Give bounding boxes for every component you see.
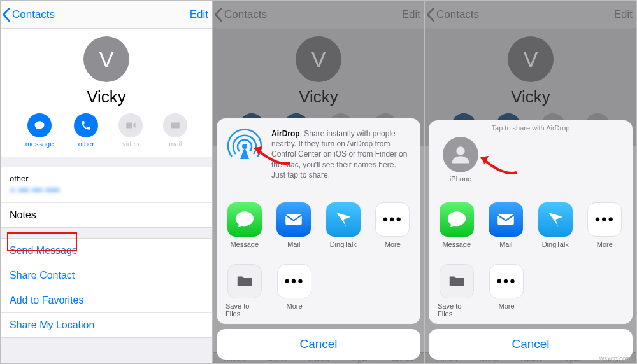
app-more[interactable]: ••• More xyxy=(374,202,412,248)
app-row-actions: Save to Files ••• More xyxy=(429,255,633,324)
svg-rect-3 xyxy=(498,214,515,225)
app-label: More xyxy=(286,302,302,310)
svg-point-2 xyxy=(456,146,465,155)
app-label: Message xyxy=(442,241,471,248)
airdrop-hint: Tap to share with AirDrop xyxy=(492,124,570,132)
more-icon: ••• xyxy=(277,264,311,298)
screen-share-sheet-airdrop-info: Contacts Edit V Vicky Favorites Recents … xyxy=(213,1,425,363)
video-action[interactable]: video xyxy=(118,113,143,148)
person-icon xyxy=(443,137,478,172)
app-more-actions[interactable]: ••• More xyxy=(275,264,313,318)
cancel-button[interactable]: Cancel xyxy=(217,329,420,360)
app-label: Mail xyxy=(287,241,300,248)
share-contact-row[interactable]: Share Contact xyxy=(1,263,212,288)
airdrop-info-row: AirDrop. Share instantly with people nea… xyxy=(217,118,420,193)
screen-share-sheet-airdrop-device: Contacts Edit V Vicky Favorites Recents … xyxy=(425,1,636,363)
app-label: More xyxy=(597,241,613,248)
back-label: Contacts xyxy=(12,8,55,21)
app-label: Message xyxy=(230,241,259,248)
phone-icon xyxy=(74,113,98,137)
app-label: Save to Files xyxy=(225,302,264,318)
folder-icon xyxy=(440,264,474,298)
quick-actions: message other video xyxy=(1,113,212,148)
airdrop-title: AirDrop xyxy=(271,129,300,138)
send-message-row[interactable]: Send Message xyxy=(1,239,212,263)
message-app-icon xyxy=(440,202,474,237)
back-button[interactable]: Contacts xyxy=(2,8,55,22)
more-icon: ••• xyxy=(489,264,524,298)
app-row-actions: Save to Files ••• More xyxy=(217,255,420,324)
share-sheet: AirDrop. Share instantly with people nea… xyxy=(217,118,420,360)
notes-label: Notes xyxy=(10,209,203,221)
airdrop-devices-row: Tap to share with AirDrop iPhone xyxy=(429,120,633,193)
notes-row[interactable]: Notes xyxy=(1,203,212,227)
mail-icon xyxy=(163,113,187,137)
share-sheet-card: AirDrop. Share instantly with people nea… xyxy=(217,118,420,324)
app-message[interactable]: Message xyxy=(438,202,476,248)
app-mail[interactable]: Mail xyxy=(275,202,313,248)
contact-header: V Vicky message other xyxy=(1,29,212,157)
app-label: More xyxy=(385,241,401,248)
app-row-share: Message Mail DingTalk ••• More xyxy=(429,193,633,255)
screen-contact-detail: Contacts Edit V Vicky message other xyxy=(1,1,213,363)
video-icon xyxy=(118,113,143,137)
phone-section: other + ••• ••• •••• Notes xyxy=(1,167,212,228)
app-save-to-files[interactable]: Save to Files xyxy=(225,264,264,318)
app-label: More xyxy=(498,302,514,310)
svg-point-0 xyxy=(242,144,247,149)
arrow-annotation xyxy=(477,153,522,181)
phone-field-value: + ••• ••• •••• xyxy=(10,185,203,196)
mail-app-icon xyxy=(489,202,523,237)
airdrop-device-iphone[interactable]: iPhone xyxy=(443,137,478,183)
watermark: wsxdn.com xyxy=(599,355,631,362)
share-location-row[interactable]: Share My Location xyxy=(1,313,212,337)
app-dingtalk[interactable]: DingTalk xyxy=(324,202,362,248)
app-more[interactable]: ••• More xyxy=(586,202,624,248)
app-dingtalk[interactable]: DingTalk xyxy=(536,202,575,248)
contact-name: Vicky xyxy=(1,87,212,107)
navbar: Contacts Edit xyxy=(1,1,212,29)
dingtalk-app-icon xyxy=(326,202,361,237)
app-save-to-files[interactable]: Save to Files xyxy=(438,264,476,318)
phone-row[interactable]: other + ••• ••• •••• xyxy=(1,167,212,203)
contact-avatar: V xyxy=(83,36,129,82)
more-icon: ••• xyxy=(375,202,410,237)
more-icon: ••• xyxy=(587,202,622,237)
airdrop-text: AirDrop. Share instantly with people nea… xyxy=(271,129,410,180)
chevron-left-icon xyxy=(2,8,11,22)
message-action[interactable]: message xyxy=(25,113,54,148)
app-message[interactable]: Message xyxy=(225,202,264,248)
add-to-favorites-row[interactable]: Add to Favorites xyxy=(1,288,212,313)
app-label: DingTalk xyxy=(330,241,357,248)
contact-actions-section: Send Message Share Contact Add to Favori… xyxy=(1,238,212,338)
app-label: Save to Files xyxy=(438,302,476,318)
edit-button[interactable]: Edit xyxy=(190,8,208,21)
call-label: other xyxy=(78,140,94,148)
message-label: message xyxy=(25,140,54,148)
message-app-icon xyxy=(227,202,262,237)
phone-field-label: other xyxy=(10,174,203,183)
mail-app-icon xyxy=(276,202,311,237)
mail-label: mail xyxy=(169,140,182,148)
share-sheet: Tap to share with AirDrop iPhone xyxy=(429,120,633,360)
video-label: video xyxy=(122,140,139,148)
airdrop-icon xyxy=(227,129,262,164)
share-sheet-card: Tap to share with AirDrop iPhone xyxy=(429,120,633,324)
app-label: Mail xyxy=(499,241,512,248)
app-row-share: Message Mail DingTalk ••• More xyxy=(217,193,420,255)
device-label: iPhone xyxy=(450,175,471,183)
dingtalk-app-icon xyxy=(538,202,573,237)
message-icon xyxy=(27,113,52,137)
app-label: DingTalk xyxy=(542,241,569,248)
mail-action[interactable]: mail xyxy=(163,113,187,148)
app-mail[interactable]: Mail xyxy=(487,202,526,248)
svg-rect-1 xyxy=(286,214,303,225)
app-more-actions[interactable]: ••• More xyxy=(487,264,526,318)
call-action[interactable]: other xyxy=(74,113,98,148)
folder-icon xyxy=(227,264,262,298)
